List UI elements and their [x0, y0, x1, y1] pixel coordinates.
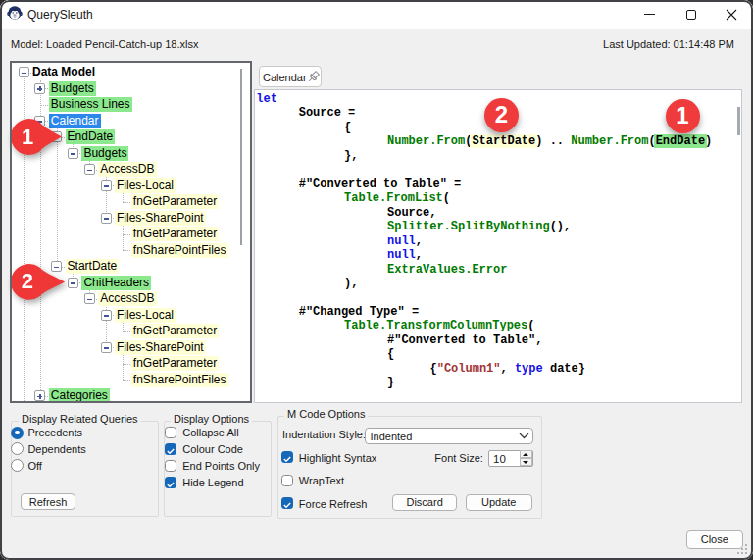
svg-text:1: 1 [21, 125, 32, 149]
svg-text:2: 2 [22, 269, 33, 293]
